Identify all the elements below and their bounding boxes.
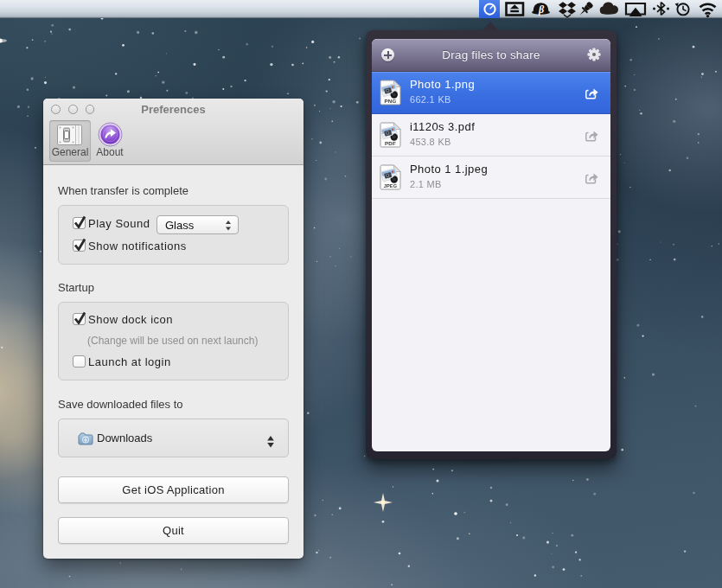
svg-text:PNG: PNG [384, 98, 396, 104]
svg-text:JPEG: JPEG [384, 183, 398, 189]
svg-text:PDF: PDF [385, 140, 396, 146]
svg-text:β: β [538, 3, 545, 16]
